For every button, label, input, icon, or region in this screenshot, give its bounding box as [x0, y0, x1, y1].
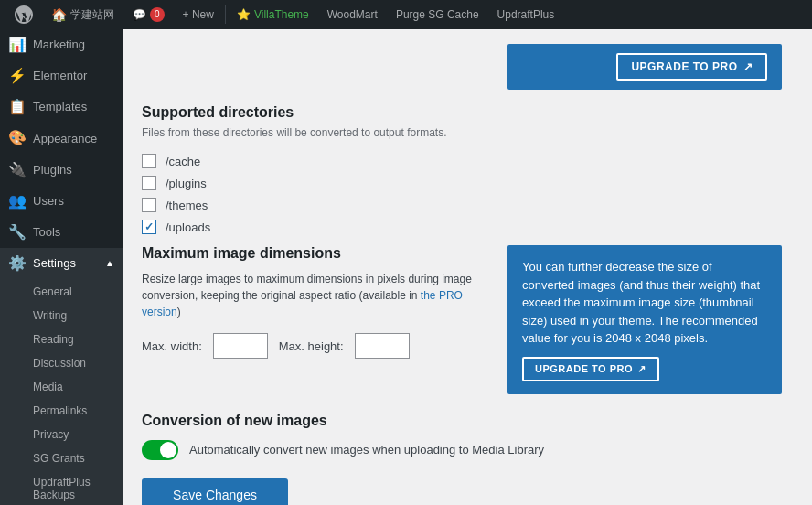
max-dimensions-title: Maximum image dimensions	[142, 245, 493, 262]
elementor-icon: ⚡	[9, 68, 26, 84]
main-wrap: 📊 Marketing ⚡ Elementor 📋 Templates 🎨 Ap…	[0, 29, 812, 505]
submenu-permalinks[interactable]: Permalinks	[0, 399, 123, 423]
bar-separator	[225, 5, 226, 24]
comments-bar[interactable]: 💬 0	[125, 0, 172, 29]
info-box-text: You can further decrease the size of con…	[522, 258, 767, 348]
directory-list: /cache /plugins /themes /uploads	[142, 150, 782, 238]
sidebar-item-appearance[interactable]: 🎨 Appearance	[0, 124, 123, 155]
upgrade-pro-button-info[interactable]: UPGRADE TO PRO ↗	[522, 357, 659, 381]
conversion-section: Conversion of new images Automatically c…	[142, 413, 782, 460]
max-dimensions-left: Maximum image dimensions Resize large im…	[142, 245, 493, 394]
auto-convert-label: Automatically convert new images when up…	[189, 443, 544, 457]
supported-directories-title: Supported directories	[142, 104, 782, 121]
dir-item-cache: /cache	[142, 150, 782, 172]
submenu-reading[interactable]: Reading	[0, 328, 123, 351]
dir-checkbox-cache[interactable]	[142, 154, 156, 168]
submenu-media[interactable]: Media	[0, 375, 123, 399]
dir-checkbox-plugins[interactable]	[142, 176, 156, 190]
sidebar-item-marketing[interactable]: 📊 Marketing	[0, 29, 123, 60]
max-width-input[interactable]	[213, 333, 268, 359]
admin-bar: 🏠 学建站网 💬 0 + New ⭐ VillaTheme WoodMart P…	[0, 0, 812, 29]
dir-checkbox-uploads[interactable]	[142, 220, 156, 234]
dir-item-uploads: /uploads	[142, 216, 782, 238]
marketing-icon: 📊	[9, 37, 26, 53]
sidebar-item-settings[interactable]: ⚙️ Settings ▲	[0, 248, 123, 279]
auto-convert-toggle[interactable]	[142, 440, 178, 460]
content-inner: UPGRADE TO PRO ↗ Supported directories F…	[123, 29, 800, 505]
max-dimensions-row: Maximum image dimensions Resize large im…	[142, 245, 782, 394]
max-height-input[interactable]	[355, 333, 410, 359]
dir-label-uploads: /uploads	[166, 220, 210, 234]
submenu-writing[interactable]: Writing	[0, 304, 123, 328]
dir-label-cache: /cache	[166, 155, 200, 168]
appearance-icon: 🎨	[9, 131, 26, 147]
site-name-bar[interactable]: 🏠 学建站网	[44, 0, 122, 29]
upgrade-banner-box: UPGRADE TO PRO ↗	[508, 44, 782, 90]
dir-checkbox-themes[interactable]	[142, 198, 156, 212]
supported-directories-desc: Files from these directories will be con…	[142, 126, 782, 139]
tools-icon: 🔧	[9, 224, 26, 241]
dir-label-themes: /themes	[166, 199, 208, 212]
sidebar-item-tools[interactable]: 🔧 Tools	[0, 217, 123, 248]
max-dimensions-desc: Resize large images to maximum dimension…	[142, 271, 493, 320]
upgrade-banner-top: UPGRADE TO PRO ↗	[142, 44, 782, 90]
users-icon: 👥	[9, 193, 26, 210]
sidebar-item-templates[interactable]: 📋 Templates	[0, 91, 123, 123]
sidebar-item-plugins[interactable]: 🔌 Plugins	[0, 155, 123, 186]
upgrade-pro-button-top[interactable]: UPGRADE TO PRO ↗	[616, 53, 767, 81]
sidebar-item-elementor[interactable]: ⚡ Elementor	[0, 60, 123, 91]
dir-item-plugins: /plugins	[142, 172, 782, 194]
content-area: UPGRADE TO PRO ↗ Supported directories F…	[123, 29, 812, 505]
external-link-icon-info: ↗	[637, 363, 646, 375]
submenu-general[interactable]: General	[0, 280, 123, 304]
wp-logo[interactable]	[7, 0, 40, 29]
updraftplus-bar[interactable]: UpdraftPlus	[490, 0, 562, 29]
dir-item-themes: /themes	[142, 194, 782, 216]
submenu-updraftplus[interactable]: UpdraftPlus Backups	[0, 470, 123, 506]
sidebar-item-users[interactable]: 👥 Users	[0, 186, 123, 217]
dir-label-plugins: /plugins	[166, 177, 207, 190]
info-box: You can further decrease the size of con…	[508, 245, 782, 394]
max-width-label: Max. width:	[142, 339, 202, 353]
purge-sg-bar[interactable]: Purge SG Cache	[389, 0, 486, 29]
submenu-discussion[interactable]: Discussion	[0, 351, 123, 375]
woodmart-bar[interactable]: WoodMart	[320, 0, 385, 29]
conversion-title: Conversion of new images	[142, 413, 782, 429]
sidebar: 📊 Marketing ⚡ Elementor 📋 Templates 🎨 Ap…	[0, 29, 123, 505]
auto-convert-row: Automatically convert new images when up…	[142, 440, 782, 460]
settings-arrow-icon: ▲	[105, 257, 114, 270]
submenu-sg-grants[interactable]: SG Grants	[0, 446, 123, 470]
villatheme-bar[interactable]: ⭐ VillaTheme	[230, 0, 316, 29]
dimension-inputs: Max. width: Max. height:	[142, 333, 493, 359]
settings-icon: ⚙️	[9, 255, 26, 272]
max-height-label: Max. height:	[279, 339, 344, 353]
external-link-icon-top: ↗	[743, 60, 753, 73]
save-changes-button[interactable]: Save Changes	[142, 478, 288, 506]
plugins-icon: 🔌	[9, 162, 26, 178]
settings-submenu: General Writing Reading Discussion Media…	[0, 280, 123, 506]
submenu-privacy[interactable]: Privacy	[0, 423, 123, 446]
templates-icon: 📋	[9, 99, 26, 115]
new-button-bar[interactable]: + New	[176, 0, 221, 29]
supported-directories-section: Supported directories Files from these d…	[142, 104, 782, 238]
